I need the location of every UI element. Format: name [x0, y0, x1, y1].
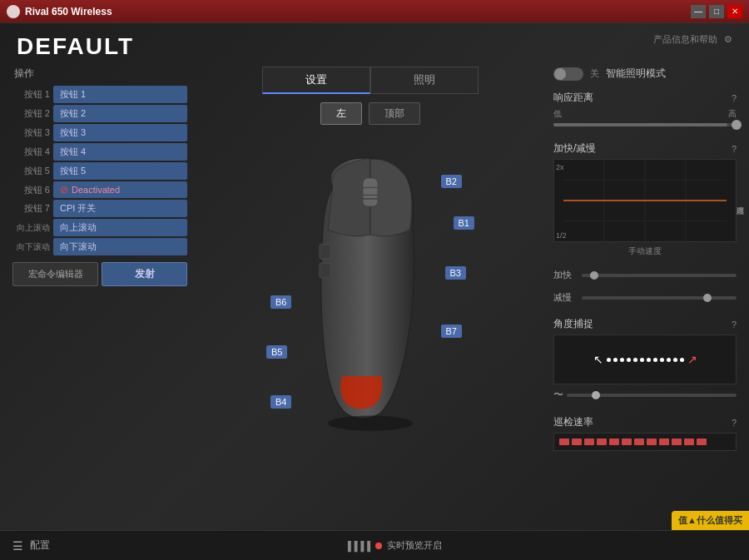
- header-right: 产品信息和帮助 ⚙: [653, 33, 732, 46]
- help-icon[interactable]: ⚙: [724, 34, 732, 45]
- svg-rect-4: [320, 244, 331, 259]
- config-label[interactable]: 配置: [30, 538, 50, 553]
- deactivated-label: Deactivated: [72, 185, 120, 195]
- button-row-scroll-up: 向上滚动 向上滚动: [12, 219, 187, 236]
- svg-rect-0: [363, 178, 378, 206]
- button-row-2: 按钮 2 按钮 2: [12, 105, 187, 122]
- product-info-link[interactable]: 产品信息和帮助: [653, 33, 717, 46]
- page-title: DEFAULT: [17, 33, 134, 60]
- window-title: Rival 650 Wireless: [25, 6, 112, 17]
- window-controls: — □ ✕: [691, 5, 742, 18]
- button-row-4: 按钮 4 按钮 4: [12, 143, 187, 161]
- svg-rect-5: [320, 263, 331, 278]
- tab-settings[interactable]: 设置: [262, 67, 370, 94]
- btn-action-4[interactable]: 按钮 4: [53, 143, 187, 161]
- mouse-label-b3[interactable]: B3: [445, 266, 466, 280]
- btn-action-1[interactable]: 按钮 1: [53, 86, 187, 103]
- btn-label-scroll-up: 向上滚动: [12, 222, 50, 234]
- p-dot-9: [659, 439, 669, 445]
- accel-graph-container: 2x 1/2 顾虑度 手动速度: [553, 159, 737, 257]
- wave-knob[interactable]: [592, 391, 600, 399]
- mouse-label-b1[interactable]: B1: [454, 216, 474, 230]
- p-dot-8: [647, 439, 657, 445]
- response-distance-title: 响应距离: [553, 91, 593, 105]
- live-dot: [375, 543, 382, 549]
- accel-header: 加快/减慢 ?: [553, 141, 737, 156]
- smart-lighting-toggle[interactable]: [553, 67, 583, 81]
- decel-knob[interactable]: [703, 294, 712, 302]
- polling-rate-title: 巡检速率: [553, 415, 593, 429]
- angle-dot-1: [607, 358, 611, 362]
- watermark: 值▲什么值得买: [672, 511, 749, 530]
- angle-dot-4: [627, 358, 631, 362]
- response-high-label: 高: [728, 108, 737, 120]
- mouse-label-b2[interactable]: B2: [441, 175, 462, 188]
- live-preview-label[interactable]: 实时预览开启: [387, 539, 442, 552]
- manual-speed-label: 手动速度: [553, 245, 737, 257]
- close-button[interactable]: ✕: [727, 5, 742, 18]
- p-dot-12: [697, 439, 707, 445]
- sub-tab-left[interactable]: 左: [320, 102, 362, 125]
- accel-knob[interactable]: [590, 271, 598, 280]
- response-slider-knob[interactable]: [732, 120, 742, 130]
- btn-action-6[interactable]: ⊘ Deactivated: [53, 181, 187, 198]
- angle-dot-11: [673, 358, 677, 362]
- btn-label-1: 按钮 1: [12, 88, 50, 101]
- svg-point-6: [328, 416, 413, 431]
- btn-label-6: 按钮 6: [12, 184, 50, 196]
- wave-slider[interactable]: [567, 394, 737, 397]
- angle-dot-10: [667, 358, 671, 362]
- tab-lighting[interactable]: 照明: [370, 67, 479, 94]
- btn-action-7[interactable]: CPI 开关: [53, 200, 187, 217]
- sub-tab-top[interactable]: 顶部: [369, 102, 420, 125]
- decel-slider[interactable]: [582, 296, 737, 300]
- p-dot-3: [584, 439, 594, 445]
- mouse-label-b4[interactable]: B4: [270, 395, 291, 409]
- btn-action-scroll-up[interactable]: 向上滚动: [53, 219, 187, 236]
- angle-dot-7: [647, 358, 651, 362]
- polling-dots[interactable]: [553, 433, 737, 451]
- btn-label-2: 按钮 2: [12, 107, 50, 120]
- response-help-icon[interactable]: ?: [732, 93, 737, 103]
- mouse-label-b7[interactable]: B7: [441, 325, 462, 338]
- config-icon: ☰: [12, 539, 23, 553]
- wave-slider-row: 〜: [553, 388, 737, 402]
- accel-slider[interactable]: [582, 274, 737, 277]
- p-dot-5: [609, 439, 619, 445]
- smart-lighting-label: 智能照明模式: [606, 67, 666, 81]
- response-header: 响应距离 ?: [553, 91, 737, 105]
- angle-help-icon[interactable]: ?: [732, 320, 737, 330]
- deactivated-icon: ⊘: [60, 184, 68, 196]
- macro-editor-button[interactable]: 宏命令编辑器: [12, 262, 98, 286]
- angle-graph[interactable]: ↖ ↗: [553, 335, 737, 384]
- maximize-button[interactable]: □: [709, 5, 724, 18]
- response-slider-track[interactable]: [553, 123, 737, 126]
- decel-label: 减慢: [553, 291, 577, 304]
- button-row-1: 按钮 1 按钮 1: [12, 86, 187, 103]
- minimize-button[interactable]: —: [691, 5, 706, 18]
- btn-action-5[interactable]: 按钮 5: [53, 162, 187, 180]
- button-row-6: 按钮 6 ⊘ Deactivated: [12, 181, 187, 198]
- accel-slider-row: 加快: [553, 269, 737, 281]
- p-dot-4: [597, 439, 607, 445]
- btn-action-2[interactable]: 按钮 2: [53, 105, 187, 122]
- graph-svg: [554, 160, 736, 241]
- mouse-label-b6[interactable]: B6: [270, 295, 291, 309]
- slider-row: 低 高: [553, 108, 737, 120]
- btn-action-scroll-down[interactable]: 向下滚动: [53, 238, 187, 255]
- graph-half-label: 1/2: [556, 231, 567, 240]
- button-list: 按钮 1 按钮 1 按钮 2 按钮 2 按钮 3 按钮 3 按钮 4 按钮 4 …: [12, 86, 187, 255]
- middle-panel: 设置 照明 左 顶部: [196, 67, 545, 530]
- btn-label-4: 按钮 4: [12, 146, 50, 158]
- bottom-left: ☰ 配置: [12, 538, 50, 553]
- btn-action-3[interactable]: 按钮 3: [53, 124, 187, 141]
- response-distance-section: 响应距离 ? 低 高: [553, 91, 737, 130]
- mouse-label-b5[interactable]: B5: [266, 345, 287, 359]
- polling-help-icon[interactable]: ?: [732, 418, 737, 428]
- accel-graph[interactable]: 2x 1/2 顾虑度: [553, 159, 737, 242]
- decel-slider-row: 减慢: [553, 291, 737, 304]
- polling-header: 巡检速率 ?: [553, 415, 737, 429]
- app-icon: [7, 5, 20, 18]
- send-button[interactable]: 发射: [102, 262, 187, 286]
- accel-help-icon[interactable]: ?: [732, 144, 737, 154]
